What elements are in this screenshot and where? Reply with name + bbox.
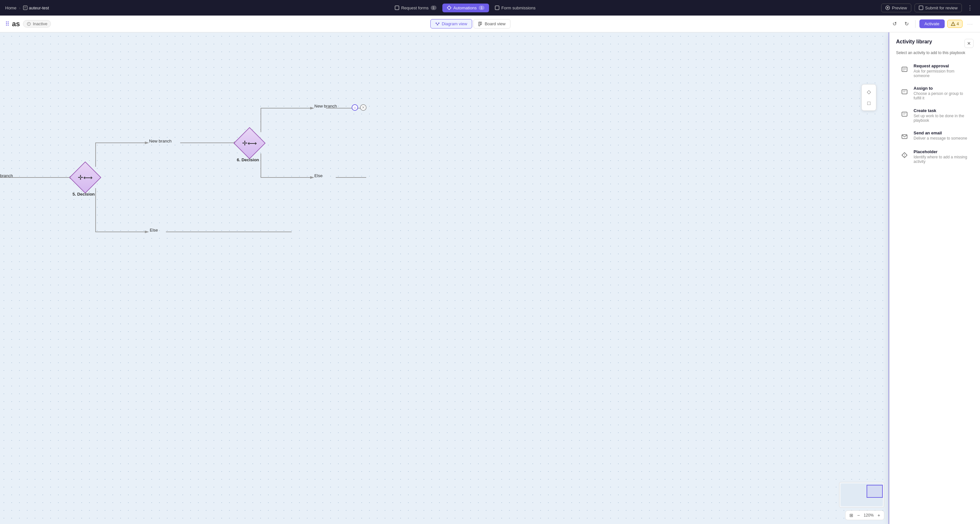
toolbar-more-button[interactable]: ⋯ [965,19,975,29]
add-branch-button[interactable]: ○ [352,104,358,111]
create-task-text: Create task Set up work to be done in th… [913,108,970,123]
create-task-title: Create task [913,108,970,113]
forms-icon [395,5,399,10]
app-logo: ⠿ as [5,20,20,28]
create-task-desc: Set up work to be done in the playbook [913,114,970,123]
minimap-viewport[interactable] [867,485,883,498]
library-item-send-email[interactable]: Send an email Deliver a message to someo… [896,127,974,145]
else-label-2: Else [150,228,158,232]
left-branch-label: branch [0,173,13,178]
toolbar: ⠿ as Inactive Diagram view Board view ↺ … [0,16,980,32]
tab-form-submissions-label: Form submissions [501,5,535,10]
svg-rect-12 [436,23,437,24]
svg-rect-18 [480,22,482,25]
diagram-view-label: Diagram view [442,21,467,26]
decision-6-label: 6. Decision [233,157,262,162]
alert-badge[interactable]: 4 [947,20,963,28]
svg-point-45 [904,156,905,156]
redo-button[interactable]: ↻ [902,19,911,28]
add-branch-node: ○ ✕ [352,104,366,111]
library-title-block: Activity library [896,39,932,45]
tab-form-submissions[interactable]: Form submissions [490,3,540,12]
library-item-placeholder[interactable]: Placeholder Identify where to add a miss… [896,146,974,167]
submissions-icon [495,5,500,10]
library-item-assign-to[interactable]: Assign to Choose a person or group to fu… [896,83,974,104]
create-task-icon [899,109,910,119]
svg-rect-3 [395,6,399,10]
zoom-in-button[interactable]: + [876,512,881,519]
preview-icon [885,5,890,10]
status-icon [27,22,31,26]
placeholder-icon [899,150,910,160]
svg-marker-4 [447,6,451,10]
assign-to-icon [899,86,910,97]
request-approval-desc: Ask for permission from someone [913,69,970,78]
decision-node-6-inner: ✛⟷ [239,132,260,154]
submit-label: Submit for review [925,5,958,10]
alert-icon [951,22,955,26]
navbar-center: Request forms 1 Automations 1 Form submi… [390,3,540,12]
assign-to-text: Assign to Choose a person or group to fu… [913,86,970,100]
activity-library-panel: Activity library ✕ Select an activity to… [889,32,980,524]
navbar: Home › auteur-test Request forms 1 Autom… [0,0,980,16]
navbar-right: Preview Submit for review ⋮ [881,3,975,13]
close-icon: ✕ [967,41,971,46]
svg-point-21 [953,25,953,25]
svg-marker-7 [887,7,889,9]
diagram-view-button[interactable]: Diagram view [430,19,472,29]
mini-toolbar: ◇ □ [861,84,876,111]
canvas-background [0,32,980,524]
alert-count: 4 [957,21,959,26]
send-email-desc: Deliver a message to someone [913,136,967,141]
mini-diamond-button[interactable]: ◇ [863,86,875,97]
submit-icon [919,5,923,10]
close-branch-button[interactable]: ✕ [360,104,366,111]
breadcrumb-separator: › [19,5,21,10]
placeholder-text: Placeholder Identify where to add a miss… [913,149,970,164]
project-name: auteur-test [29,5,49,10]
home-link[interactable]: Home [5,5,16,10]
send-email-text: Send an email Deliver a message to someo… [913,130,967,141]
toolbar-right: ↺ ↻ Activate 4 ⋯ [890,19,975,29]
assign-to-title: Assign to [913,86,970,91]
tab-automations-badge: 1 [479,5,485,10]
library-title: Activity library [896,39,932,45]
decision-node-5-inner: ✛⟷ [75,167,96,188]
board-icon [478,22,483,26]
svg-line-16 [438,24,439,24]
automations-icon [447,5,452,10]
decision-5-icon: ✛⟷ [78,173,93,181]
request-approval-title: Request approval [913,64,970,68]
app-name: as [12,20,20,28]
placeholder-desc: Identify where to add a missing activity [913,155,970,164]
activate-button[interactable]: Activate [920,19,945,28]
svg-rect-14 [437,24,438,25]
svg-rect-17 [479,22,480,26]
preview-button[interactable]: Preview [881,3,911,12]
tab-automations-label: Automations [453,5,477,10]
zoom-out-button[interactable]: − [856,512,861,519]
status-badge[interactable]: Inactive [23,20,51,27]
svg-rect-0 [23,6,27,10]
zoom-collapse-button[interactable]: ⊞ [848,512,854,519]
status-label: Inactive [33,21,47,26]
board-view-button[interactable]: Board view [474,19,511,29]
zoom-controls: ⊞ − 120% + [845,510,885,520]
more-options-button[interactable]: ⋮ [965,3,975,13]
project-link[interactable]: auteur-test [23,5,49,10]
submit-review-button[interactable]: Submit for review [915,3,962,12]
library-item-create-task[interactable]: Create task Set up work to be done in th… [896,105,974,126]
tab-request-forms[interactable]: Request forms 1 [390,3,441,12]
app-dots-icon: ⠿ [5,21,10,27]
tab-request-forms-badge: 1 [431,5,436,10]
library-close-button[interactable]: ✕ [964,39,974,48]
svg-line-15 [436,24,438,24]
mini-square-button[interactable]: □ [863,97,875,109]
undo-button[interactable]: ↺ [890,19,899,28]
preview-label: Preview [892,5,907,10]
library-subtitle: Select an activity to add to this playbo… [896,51,974,55]
diagram-icon [435,22,440,26]
library-item-request-approval[interactable]: Request approval Ask for permission from… [896,60,974,81]
tab-automations[interactable]: Automations 1 [442,3,489,12]
decision-5-label: 5. Decision [69,192,98,197]
